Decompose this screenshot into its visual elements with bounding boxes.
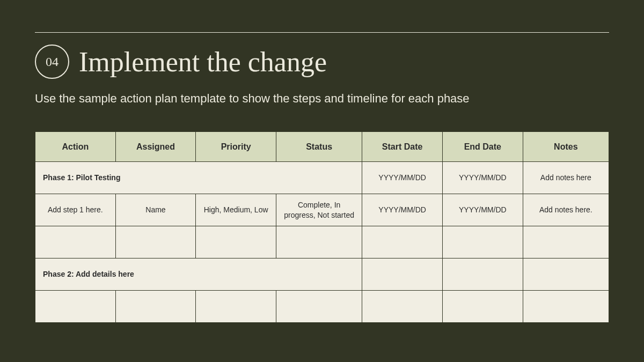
empty-cell <box>35 226 116 258</box>
empty-cell <box>115 226 196 258</box>
col-header-priority: Priority <box>196 132 276 162</box>
empty-cell <box>362 226 443 258</box>
table-row <box>35 226 609 258</box>
table-row: Phase 1: Pilot Testing YYYY/MM/DD YYYY/M… <box>35 162 609 194</box>
table-header-row: Action Assigned Priority Status Start Da… <box>35 132 609 162</box>
empty-cell <box>523 226 609 258</box>
empty-cell <box>276 226 362 258</box>
title-row: 04 Implement the change <box>35 45 609 79</box>
phase1-start: YYYY/MM/DD <box>362 162 443 194</box>
empty-cell <box>362 258 443 291</box>
step1-priority: High, Medium, Low <box>196 194 276 226</box>
empty-cell <box>362 291 443 323</box>
step1-action: Add step 1 here. <box>35 194 116 226</box>
phase1-end: YYYY/MM/DD <box>442 162 523 194</box>
step1-end: YYYY/MM/DD <box>442 194 523 226</box>
col-header-status: Status <box>276 132 362 162</box>
phase2-label: Phase 2: Add details here <box>35 258 362 291</box>
empty-cell <box>276 291 362 323</box>
slide-number: 04 <box>46 55 58 69</box>
empty-cell <box>442 291 523 323</box>
empty-cell <box>35 291 116 323</box>
top-rule <box>35 32 609 33</box>
empty-cell <box>442 226 523 258</box>
step1-status: Complete, In progress, Not started <box>276 194 362 226</box>
table-row: Add step 1 here. Name High, Medium, Low … <box>35 194 609 226</box>
empty-cell <box>196 291 276 323</box>
col-header-action: Action <box>35 132 116 162</box>
table-row <box>35 291 609 323</box>
empty-cell <box>115 291 196 323</box>
col-header-start: Start Date <box>362 132 443 162</box>
table-row: Phase 2: Add details here <box>35 258 609 291</box>
col-header-assigned: Assigned <box>115 132 196 162</box>
col-header-end: End Date <box>442 132 523 162</box>
subtitle: Use the sample action plan template to s… <box>35 92 609 106</box>
slide-number-circle: 04 <box>35 45 69 79</box>
action-plan-table: Action Assigned Priority Status Start Da… <box>35 131 609 323</box>
empty-cell <box>196 226 276 258</box>
page-title: Implement the change <box>79 46 327 78</box>
step1-notes: Add notes here. <box>523 194 609 226</box>
empty-cell <box>523 291 609 323</box>
col-header-notes: Notes <box>523 132 609 162</box>
step1-start: YYYY/MM/DD <box>362 194 443 226</box>
empty-cell <box>442 258 523 291</box>
step1-assigned: Name <box>115 194 196 226</box>
phase1-notes: Add notes here <box>523 162 609 194</box>
empty-cell <box>523 258 609 291</box>
phase1-label: Phase 1: Pilot Testing <box>35 162 362 194</box>
